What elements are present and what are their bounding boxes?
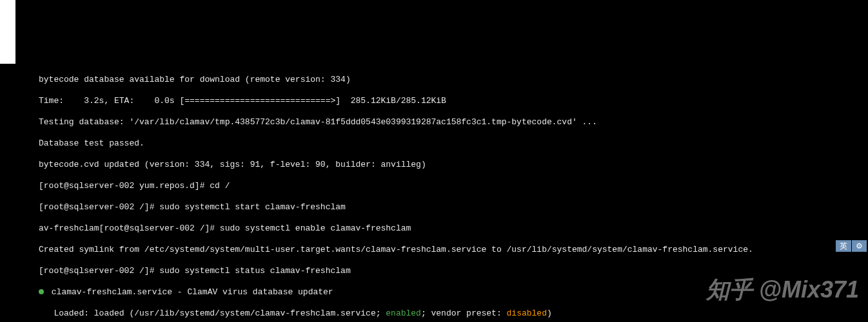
output-line: Time: 3.2s, ETA: 0.0s [=================… [39, 96, 868, 107]
ime-lang-badge[interactable]: 英 [836, 240, 851, 252]
output-line: Testing database: '/var/lib/clamav/tmp.4… [39, 117, 868, 128]
ime-indicator[interactable]: 英 ⚙ [836, 240, 867, 252]
status-dot-icon [39, 289, 44, 294]
output-line: bytecode database available for download… [39, 75, 868, 86]
output-line: bytecode.cvd updated (version: 334, sigs… [39, 160, 868, 171]
terminal-output[interactable]: bytecode database available for download… [0, 64, 868, 322]
loaded-line: Loaded: loaded (/usr/lib/systemd/system/… [39, 308, 868, 319]
ime-gear-icon[interactable]: ⚙ [852, 240, 867, 252]
output-line: Database test passed. [39, 138, 868, 149]
service-title: clamav-freshclam.service - ClamAV virus … [39, 287, 868, 298]
output-line: Created symlink from /etc/systemd/system… [39, 245, 868, 256]
prompt-line: [root@sqlserver-002 /]# sudo systemctl s… [39, 202, 868, 213]
prompt-line: [root@sqlserver-002 /]# sudo systemctl s… [39, 266, 868, 277]
prompt-line: [root@sqlserver-002 yum.repos.d]# cd / [39, 181, 868, 192]
prompt-line: av-freshclam[root@sqlserver-002 /]# sudo… [39, 223, 868, 234]
